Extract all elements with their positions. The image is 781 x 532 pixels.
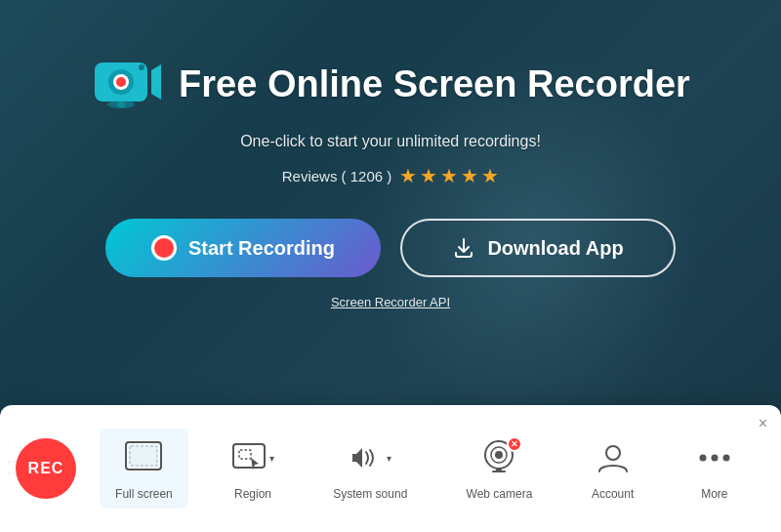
svg-rect-10 bbox=[233, 444, 265, 468]
toolbar-item-more[interactable]: More bbox=[678, 429, 752, 509]
logo-title-row: Free Online Screen Recorder bbox=[91, 49, 690, 119]
svg-marker-4 bbox=[151, 64, 161, 100]
star-rating: ★ ★ ★ ★ ★ bbox=[399, 164, 499, 187]
fullscreen-icon bbox=[122, 436, 165, 479]
toolbar-item-system-sound[interactable]: ▾ System sound bbox=[317, 429, 423, 509]
svg-rect-9 bbox=[130, 446, 157, 466]
start-recording-button[interactable]: Start Recording bbox=[105, 219, 381, 277]
main-content: Free Online Screen Recorder One-click to… bbox=[0, 0, 781, 309]
more-icon bbox=[693, 436, 736, 479]
drag-handle: ⋮⋮ bbox=[8, 457, 19, 480]
star-1: ★ bbox=[399, 164, 417, 187]
toolbar-item-region[interactable]: ▾ Region bbox=[216, 429, 290, 509]
svg-point-16 bbox=[495, 451, 503, 459]
webcam-label: Web camera bbox=[467, 487, 533, 501]
region-label: Region bbox=[234, 487, 271, 501]
more-label: More bbox=[701, 487, 727, 501]
start-recording-label: Start Recording bbox=[188, 237, 335, 260]
svg-point-5 bbox=[139, 64, 144, 70]
svg-rect-18 bbox=[492, 471, 506, 472]
svg-point-22 bbox=[722, 455, 729, 462]
page-title: Free Online Screen Recorder bbox=[179, 63, 690, 105]
svg-point-20 bbox=[699, 455, 706, 462]
recording-toolbar: ⋮⋮ REC Full screen bbox=[0, 405, 781, 532]
toolbar-items: Full screen ▾ Region bbox=[86, 429, 765, 509]
svg-point-19 bbox=[606, 446, 620, 460]
download-app-button[interactable]: Download App bbox=[400, 219, 676, 277]
svg-rect-7 bbox=[117, 102, 125, 107]
download-icon bbox=[452, 236, 475, 260]
star-5: ★ bbox=[481, 164, 499, 187]
reviews-label: Reviews ( 1206 ) bbox=[282, 168, 392, 184]
toolbar-close-button[interactable]: × bbox=[759, 415, 767, 432]
record-dot-icon bbox=[151, 235, 177, 261]
app-logo bbox=[91, 49, 161, 119]
svg-rect-11 bbox=[239, 450, 251, 459]
api-link[interactable]: Screen Recorder API bbox=[331, 295, 450, 309]
region-arrow-icon: ▾ bbox=[269, 453, 274, 464]
download-app-label: Download App bbox=[487, 237, 623, 260]
svg-point-21 bbox=[711, 455, 718, 462]
system-sound-label: System sound bbox=[333, 487, 407, 501]
toolbar-item-account[interactable]: Account bbox=[576, 429, 650, 509]
svg-marker-13 bbox=[352, 448, 362, 468]
star-2: ★ bbox=[420, 164, 437, 187]
reviews-row: Reviews ( 1206 ) ★ ★ ★ ★ ★ bbox=[282, 164, 500, 187]
rec-button[interactable]: REC bbox=[16, 438, 76, 499]
webcam-icon: ✕ bbox=[477, 436, 520, 479]
sound-arrow-icon: ▾ bbox=[387, 453, 391, 464]
star-3: ★ bbox=[440, 164, 458, 187]
svg-point-3 bbox=[116, 77, 126, 87]
toolbar-item-webcam[interactable]: ✕ Web camera bbox=[451, 429, 549, 509]
star-4: ★ bbox=[461, 164, 478, 187]
fullscreen-label: Full screen bbox=[115, 487, 173, 501]
cta-buttons: Start Recording Download App bbox=[105, 219, 676, 277]
account-icon bbox=[592, 436, 635, 479]
account-label: Account bbox=[592, 487, 634, 501]
rec-label: REC bbox=[28, 460, 64, 477]
subtitle-text: One-click to start your unlimited record… bbox=[240, 133, 541, 150]
sound-icon: ▾ bbox=[349, 436, 391, 479]
toolbar-item-fullscreen[interactable]: Full screen bbox=[100, 429, 188, 509]
region-icon: ▾ bbox=[231, 436, 274, 479]
